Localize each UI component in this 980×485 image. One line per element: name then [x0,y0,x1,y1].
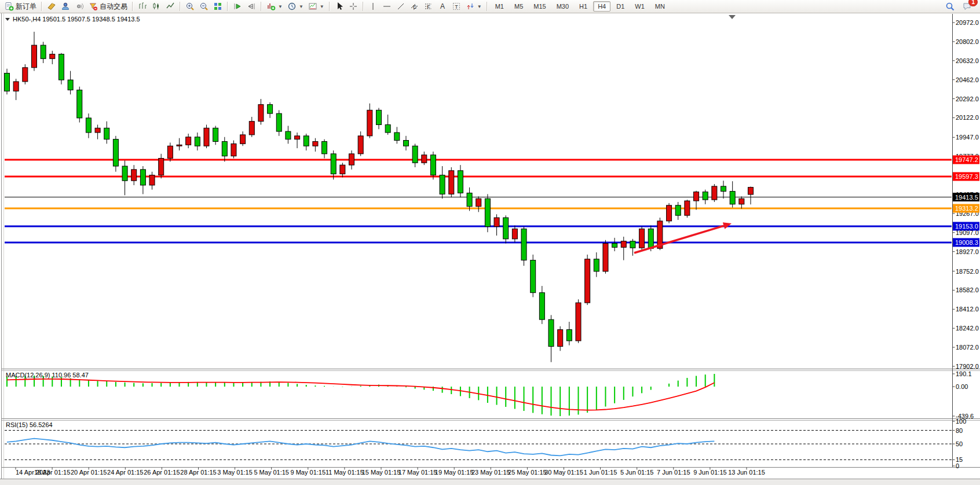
horizontal-line-tool-button[interactable] [380,0,394,13]
candle [603,244,608,271]
periods-button[interactable]: ▼ [285,0,306,13]
arrows-tool-button[interactable]: ▼ [463,0,484,13]
price-tick-label: 18242.0 [956,325,979,332]
chart-window[interactable]: 20972.020802.020632.020462.020292.020122… [0,13,980,485]
candle [422,155,427,163]
tile-windows-button[interactable] [211,0,225,13]
price-badge-19313.2-label: 19313.2 [955,205,978,212]
candle [630,241,635,248]
candle [566,330,572,341]
indicators-dropdown-caret[interactable]: ▼ [278,4,283,9]
metaeditor-button[interactable] [45,0,58,13]
candle [13,82,19,91]
candle [41,45,46,58]
zoom-out-button[interactable] [197,0,211,13]
candle [122,166,127,181]
auto-trading-label: 自动交易 [100,2,127,12]
candle [5,73,10,91]
fibonacci-tool-icon: F [424,2,433,11]
date-tick-label: 9 May 01:15 [291,469,326,476]
timeframe-button-H4[interactable]: H4 [593,1,610,12]
timeframe-button-M1[interactable]: M1 [491,1,509,12]
timeframe-button-W1[interactable]: W1 [630,1,649,12]
svg-text:F: F [427,4,430,10]
equidistant-channel-tool-button[interactable]: E [408,0,422,13]
auto-trading-button[interactable]: 自动交易 [86,0,130,13]
zoom-in-icon [185,2,195,11]
arrows-tool-dropdown-caret[interactable]: ▼ [477,4,482,9]
candle [276,113,281,131]
candle [721,186,726,192]
timeframe-button-D1[interactable]: D1 [612,1,629,12]
mt4-window: 新订单自动交易▼▼▼EFAT▼M1M5M15M30H1H4D1W1MN1 209… [0,0,980,485]
date-tick-label: 20 Apr 01:15 [71,469,107,476]
rsi-label: RSI(15) 56.5264 [6,421,53,428]
line-chart-mode-icon [166,2,175,11]
price-tick-label: 20462.0 [956,76,979,83]
chart-canvas[interactable]: 20972.020802.020632.020462.020292.020122… [0,13,980,485]
date-tick-label: 30 May 01:15 [544,469,583,476]
price-badge-19008.3: 19008.3 [953,238,979,247]
candle [340,165,345,174]
chart-shift-button[interactable] [244,0,258,13]
templates-dropdown-caret[interactable]: ▼ [320,4,324,9]
templates-button[interactable]: ▼ [306,0,327,13]
candle [358,136,363,154]
equidistant-channel-tool-icon: E [410,2,419,11]
periods-icon [287,2,297,11]
timeframe-button-MN[interactable]: MN [650,1,670,12]
date-tick-label: 9 Jun 01:15 [693,469,727,476]
line-chart-mode-button[interactable] [163,0,177,13]
candle-chart-mode-button[interactable] [149,0,163,13]
periods-dropdown-caret[interactable]: ▼ [299,4,303,9]
candle [467,193,472,206]
crosshair-button[interactable] [346,0,360,13]
price-tick-label: 18412.0 [956,306,979,313]
community-button[interactable] [58,0,72,13]
timeframe-button-M15[interactable]: M15 [529,1,550,12]
candle [712,186,717,200]
new-order-button[interactable]: 新订单 [2,0,39,13]
label-tool-button[interactable]: T [449,0,463,13]
date-tick-label: 19 May 01:15 [435,469,474,476]
price-badge-19747.2: 19747.2 [953,155,979,164]
toolbar-separator [329,2,330,11]
broadcast-button[interactable] [72,0,86,13]
date-axis[interactable]: 14 Apr 202318 Apr 01:1520 Apr 01:1524 Ap… [16,468,765,476]
trendline-tool-button[interactable] [394,0,408,13]
timeframe-button-M5[interactable]: M5 [510,1,528,12]
candle [104,128,109,139]
candle [685,201,690,215]
chart-title: HK50-,H4 19501.5 19507.5 19348.5 19413.5 [13,16,140,23]
vertical-line-tool-button[interactable] [366,0,380,13]
indicators-button[interactable]: ▼ [264,0,285,13]
cursor-button[interactable] [332,0,346,13]
candle [612,244,617,248]
metaeditor-icon [47,2,56,11]
search-button[interactable] [943,0,957,13]
timeframe-button-M30[interactable]: M30 [552,1,573,12]
date-tick-label: 25 May 01:15 [508,469,547,476]
candle [394,133,400,141]
candle [376,110,382,124]
candle [131,170,137,181]
cursor-icon [335,2,344,11]
candle [95,128,100,133]
price-badge-19597.3: 19597.3 [953,172,979,181]
bar-chart-mode-button[interactable] [136,0,149,13]
text-tool-button[interactable]: A [436,0,449,13]
candle [385,124,390,133]
candle [449,171,454,194]
toolbar-separator [132,2,133,11]
timeframe-button-H1[interactable]: H1 [575,1,592,12]
candle [367,110,372,136]
price-tick-label: 20632.0 [956,57,979,64]
vertical-line-tool-icon [368,2,378,11]
fibonacci-tool-button[interactable]: F [422,0,436,13]
macd-scale-label: 0.00 [956,383,968,390]
tile-windows-icon [213,2,222,11]
candle [403,141,408,146]
auto-scroll-button[interactable] [231,0,244,13]
notifications-button[interactable]: 1 [960,0,974,13]
zoom-in-button[interactable] [183,0,197,13]
